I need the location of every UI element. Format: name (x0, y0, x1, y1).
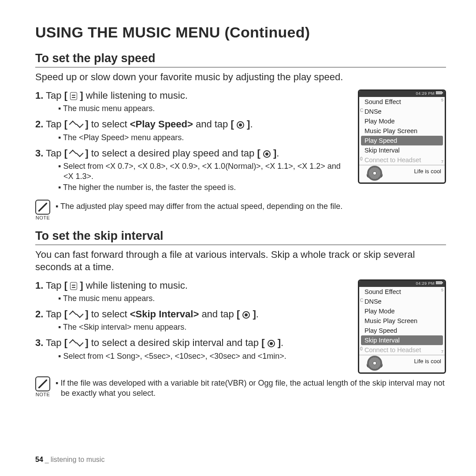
menu-item: Play Mode (359, 306, 445, 316)
chevron-up-icon (69, 121, 77, 128)
battery-icon (436, 281, 442, 284)
note-label: NOTE (35, 215, 50, 220)
page-title: USING THE MUSIC MENU (Continued) (35, 24, 446, 41)
step1-sub: The music menu appears. (58, 294, 346, 304)
device-statusbar: 04:29 PM (359, 91, 445, 97)
step-1: 1. Tap [ ] while listening to music. The… (35, 279, 346, 304)
disc-icon (367, 166, 382, 181)
chevron-down-icon (76, 311, 84, 318)
note-text: If the file was developed with a variabl… (56, 378, 446, 398)
battery-icon (436, 91, 442, 94)
device-statusbar: 04:29 PM (359, 281, 445, 287)
note-skip: NOTE If the file was developed with a va… (35, 376, 446, 399)
step1-sub: The music menu appears. (58, 104, 346, 114)
note-label: NOTE (35, 392, 50, 397)
step-3: 3. Tap [ ] to select a desired play spee… (35, 147, 346, 193)
step2-sub: The <Skip interval> menu appears. (58, 322, 346, 332)
note-icon (35, 376, 50, 391)
chevron-down-icon (76, 121, 84, 128)
step-2: 2. Tap [ ] to select <Play Speed> and ta… (35, 118, 346, 142)
step-1: 1. Tap [ ] while listening to music. The… (35, 89, 346, 114)
step-3: 3. Tap [ ] to select a desired skip inte… (35, 337, 346, 361)
menu-icon (70, 282, 77, 290)
chevron-down-icon (76, 339, 84, 347)
select-icon (263, 150, 271, 158)
menu-item-disabled: 0Connect to Headset7 (359, 155, 445, 165)
menu-item-selected: Skip Interval (361, 335, 443, 345)
menu-item: Play Mode (359, 116, 445, 126)
section-heading-playspeed: To set the play speed (35, 52, 446, 67)
disc-icon (367, 356, 382, 371)
steps-playspeed: 1. Tap [ ] while listening to music. The… (35, 89, 346, 193)
chevron-up-icon (69, 339, 77, 347)
intro-playspeed: Speed up or slow down your favorite musi… (35, 71, 446, 83)
intro-skip: You can fast forward through a file at v… (35, 249, 446, 273)
menu-item: CDNSe (359, 297, 445, 306)
device-mock-skip: 04:29 PM 5 Sound Effect CDNSe Play Mode … (358, 279, 446, 374)
menu-item: CDNSe (359, 107, 445, 116)
menu-item: Music Play Screen (359, 316, 445, 326)
menu-item: Play Speed (359, 326, 445, 335)
step3-sub2: The higher the number is, the faster the… (58, 182, 346, 193)
device-footer: Life is cool (359, 355, 445, 372)
page-footer: 54_listening to music (35, 456, 104, 464)
note-playspeed: NOTE The adjusted play speed may differ … (35, 200, 446, 220)
menu-icon (70, 92, 77, 100)
step2-sub: The <Play Speed> menu appears. (58, 133, 346, 143)
note-icon (35, 200, 50, 215)
steps-skip: 1. Tap [ ] while listening to music. The… (35, 279, 346, 361)
menu-item: Skip Interval (359, 145, 445, 155)
device-footer: Life is cool (359, 165, 445, 182)
select-icon (237, 121, 244, 129)
menu-item: Sound Effect (359, 97, 445, 107)
select-icon (268, 340, 275, 347)
chevron-up-icon (69, 311, 77, 318)
menu-item-selected: Play Speed (361, 136, 443, 145)
step3-sub1: Select from <1 Song>, <5sec>, <10sec>, <… (58, 351, 346, 361)
device-menu: 5 Sound Effect CDNSe Play Mode Music Pla… (359, 287, 445, 355)
device-menu: 5 Sound Effect CDNSe Play Mode Music Pla… (359, 97, 445, 165)
menu-item: Sound Effect (359, 287, 445, 297)
step3-sub1: Select from <X 0.7>, <X 0.8>, <X 0.9>, <… (58, 161, 346, 182)
step-2: 2. Tap [ ] to select <Skip Interval> and… (35, 308, 346, 332)
menu-item-disabled: 0Connect to Headset7 (359, 345, 445, 355)
menu-item: Music Play Screen (359, 126, 445, 136)
select-icon (242, 311, 250, 319)
section-heading-skip: To set the skip interval (35, 229, 446, 245)
chevron-down-icon (76, 149, 84, 157)
device-mock-playspeed: 04:29 PM 5 Sound Effect CDNSe Play Mode … (358, 89, 446, 184)
note-text: The adjusted play speed may differ from … (56, 201, 446, 212)
